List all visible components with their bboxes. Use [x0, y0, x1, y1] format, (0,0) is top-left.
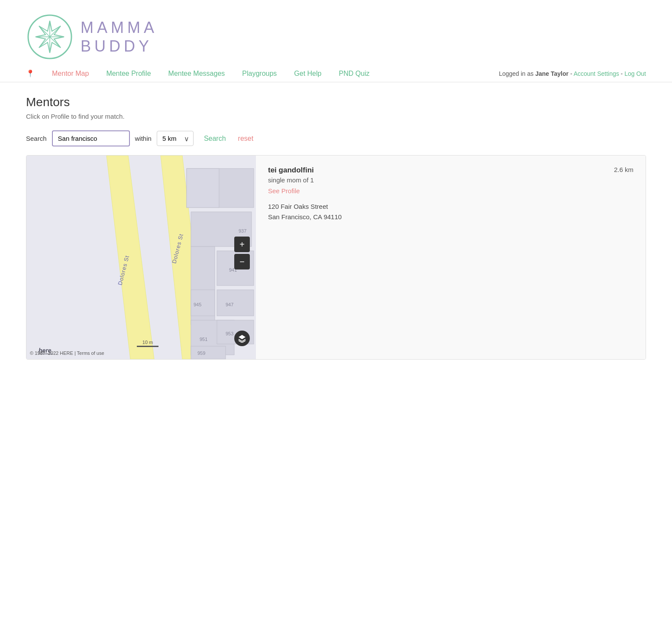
- nav-item-mentee-profile[interactable]: Mentee Profile: [106, 70, 151, 78]
- main-content: Mentors Click on Profile to find your ma…: [0, 82, 672, 373]
- mentor-address-line1: 120 Fair Oaks Street: [268, 201, 633, 212]
- distance-select-wrapper: 1 km 2 km 5 km 10 km 20 km 50 km: [157, 131, 194, 146]
- nav-item-mentor-map[interactable]: Mentor Map: [52, 70, 89, 78]
- logo-text: MAMMA BUDDY: [81, 18, 158, 55]
- zoom-out-button[interactable]: −: [234, 254, 250, 269]
- svg-rect-12: [187, 169, 219, 208]
- nav-item-get-help[interactable]: Get Help: [294, 70, 321, 78]
- within-label: within: [135, 135, 152, 142]
- svg-text:945: 945: [194, 302, 201, 307]
- header: MAMMA BUDDY: [0, 0, 672, 69]
- svg-rect-26: [191, 346, 226, 359]
- distance-select[interactable]: 1 km 2 km 5 km 10 km 20 km 50 km: [157, 131, 194, 146]
- map-layers-button[interactable]: [234, 331, 250, 346]
- zoom-in-button[interactable]: +: [234, 237, 250, 252]
- nav-item-pnd-quiz[interactable]: PND Quiz: [339, 70, 369, 78]
- reset-button[interactable]: reset: [236, 131, 255, 146]
- mentor-address-line2: San Francisco, CA 94110: [268, 212, 633, 222]
- nav: 📍 Mentor Map Mentee Profile Mentee Messa…: [0, 69, 672, 82]
- search-button[interactable]: Search: [199, 131, 231, 146]
- map-scale: 10 m: [137, 340, 158, 347]
- page-subtitle: Click on Profile to find your match.: [26, 113, 646, 120]
- map-zoom-controls: + −: [234, 237, 250, 271]
- nav-icon-pin: 📍: [26, 69, 35, 78]
- account-settings-link[interactable]: Account Settings: [574, 70, 619, 77]
- nav-status: Logged in as Jane Taylor - Account Setti…: [499, 70, 646, 77]
- see-profile-button[interactable]: See Profile: [268, 187, 300, 195]
- nav-item-mentee-messages[interactable]: Mentee Messages: [168, 70, 225, 78]
- svg-text:947: 947: [226, 302, 233, 307]
- logo: MAMMA BUDDY: [26, 13, 158, 61]
- nav-item-playgroups[interactable]: Playgroups: [242, 70, 277, 78]
- logout-link[interactable]: Log Out: [624, 70, 646, 77]
- mentor-distance: 2.6 km: [614, 166, 633, 173]
- search-bar: Search within 1 km 2 km 5 km 10 km 20 km…: [26, 130, 646, 146]
- svg-text:951: 951: [200, 337, 207, 342]
- svg-text:953: 953: [226, 331, 233, 336]
- logo-icon: [26, 13, 74, 61]
- svg-text:959: 959: [197, 350, 205, 356]
- logged-in-user: Jane Taylor: [535, 70, 569, 77]
- page-title: Mentors: [26, 95, 646, 109]
- svg-text:937: 937: [239, 228, 246, 234]
- svg-rect-20: [217, 290, 254, 316]
- map-svg: Dolores St Dolores St 937 941: [26, 156, 256, 359]
- mentor-name: tei gandolfini: [268, 166, 314, 175]
- search-label: Search: [26, 135, 47, 142]
- search-input[interactable]: [52, 130, 130, 146]
- mentor-address: 120 Fair Oaks Street San Francisco, CA 9…: [268, 201, 633, 222]
- map-area[interactable]: Dolores St Dolores St 937 941: [26, 156, 256, 359]
- results-panel: tei gandolfini 2.6 km single mom of 1 Se…: [256, 156, 646, 359]
- mentor-description: single mom of 1: [268, 176, 633, 184]
- mentor-card: tei gandolfini 2.6 km single mom of 1 Se…: [268, 166, 633, 222]
- mentor-header: tei gandolfini 2.6 km: [268, 166, 633, 175]
- map-attribution: © 1987–2022 HERE | Terms of use: [30, 350, 104, 356]
- map-results-container: Dolores St Dolores St 937 941: [26, 155, 646, 360]
